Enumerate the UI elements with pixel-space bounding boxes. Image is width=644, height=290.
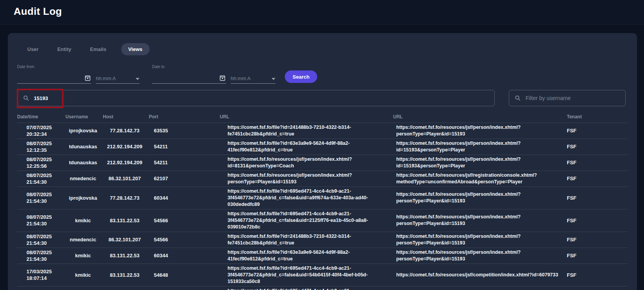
page-title: Audit Log — [14, 5, 644, 18]
cell-tenant: FSF — [564, 123, 628, 139]
cell-port: 54566 — [149, 209, 215, 232]
table-row: 17/03/202518:07:14 kmikic 83.131.22.53 5… — [17, 264, 628, 286]
cell-host: 212.92.194.209 — [103, 155, 149, 170]
tab-views[interactable]: Views — [121, 43, 150, 55]
audit-log-card: User Entity Emails Views Date from hh:mm… — [8, 33, 637, 290]
cell-url: https://comet.fsf.fo/resources/jsf/compe… — [388, 264, 564, 286]
column-header-url: URL — [215, 111, 388, 123]
search-input[interactable] — [34, 95, 489, 101]
date-to-field[interactable]: Date to — [152, 65, 226, 84]
cell-datetime: 08/07/202512:12:35 — [17, 139, 65, 155]
search-input-container — [17, 90, 495, 106]
cell-tenant: FSF — [564, 264, 628, 286]
column-header-url: URL — [388, 111, 564, 123]
cell-url: https://comet.fsf.fo/resources/jsf/perso… — [388, 155, 564, 170]
cell-host: 77.28.142.73 — [103, 186, 149, 209]
cell-datetime: 08/07/202512:25:56 — [17, 155, 65, 170]
cell-url: https://comet.fsf.fo/file?id=241488b3-72… — [215, 123, 388, 139]
audit-table-body: 07/07/202520:32:34 iprojkovska 77.28.142… — [17, 123, 628, 290]
cell-url: https://comet.fsf.fo/resources/jsf/perso… — [388, 232, 564, 248]
cell-username: iprojkovska — [65, 186, 103, 209]
search-icon — [515, 95, 521, 101]
cell-url: https://comet.fsf.fo/resources/jsf/perso… — [215, 155, 388, 170]
calendar-icon[interactable] — [219, 74, 226, 81]
cell-url: https://comet.fsf.fo/file?id=695ed471-4c… — [215, 186, 388, 209]
cell-username: kmikic — [65, 264, 103, 286]
app-header: Audit Log — [0, 0, 644, 25]
cell-port: 54211 — [149, 155, 215, 170]
cell-port: 54211 — [149, 286, 215, 290]
table-row: 08/07/202521:54:30 iprojkovska 77.28.142… — [17, 186, 628, 209]
search-button[interactable]: Search — [285, 70, 317, 83]
cell-url: https://comet.fsf.fo/file?id=695ed471-4c… — [215, 209, 388, 232]
chevron-down-icon — [272, 78, 275, 80]
time-from-select[interactable]: hh:mm A — [96, 73, 139, 84]
column-header-tenant: Tenant — [564, 111, 628, 123]
cell-datetime: 08/07/202521:54:30 — [17, 248, 65, 264]
filter-row: Date from hh:mm A Date to — [17, 65, 628, 84]
cell-datetime: 07/07/202520:32:34 — [17, 123, 65, 139]
cell-url: https://comet.fsf.fo/resources/jsf/perso… — [388, 139, 564, 155]
table-row: 07/07/202520:32:34 iprojkovska 77.28.142… — [17, 123, 628, 139]
table-header-row: Date/time Username Host Port URL URL Ten… — [17, 111, 628, 123]
cell-username: nmedencic — [65, 170, 103, 186]
cell-username: kmikic — [65, 209, 103, 232]
date-from-field[interactable]: Date from — [17, 65, 91, 84]
cell-datetime: 08/07/202521:54:30 — [17, 232, 65, 248]
table-row: 08/07/202512:12:35 tdunauskas 212.92.194… — [17, 139, 628, 155]
cell-host: 212.92.194.209 — [103, 139, 149, 155]
tab-user[interactable]: User — [23, 43, 42, 55]
cell-port: 60344 — [149, 248, 215, 264]
cell-url: https://comet.fsf.fo/resources/jsf/regis… — [388, 170, 564, 186]
cell-tenant: FSF — [564, 155, 628, 170]
table-row: 08/07/202521:54:30 kmikic 83.131.22.53 6… — [17, 248, 628, 264]
cell-url: https://comet.fsf.fo/file?id=63e3a9e9-56… — [215, 139, 388, 155]
cell-tenant: FSF — [564, 248, 628, 264]
time-to-select[interactable]: hh:mm A — [231, 73, 275, 84]
table-row: 08/07/202512:25:56 tdunauskas 212.92.194… — [17, 155, 628, 170]
cell-url: https://comet.fsf.fo/resources/jsf/perso… — [388, 186, 564, 209]
cell-username: kmikic — [65, 248, 103, 264]
table-row: 05/04/202509:50:42 tdunauskas 212.92.194… — [17, 286, 628, 290]
cell-host: 212.92.194.209 — [103, 286, 149, 290]
cell-host: 83.131.22.53 — [103, 248, 149, 264]
cell-url: https://comet.fsf.fo/resources/jsf/perso… — [388, 123, 564, 139]
cell-port: 54566 — [149, 232, 215, 248]
search-row — [17, 90, 628, 106]
table-row: 08/07/202521:54:30 kmikic 83.131.22.53 5… — [17, 209, 628, 232]
cell-tenant: FSF — [564, 209, 628, 232]
search-icon — [23, 95, 29, 101]
time-to-placeholder: hh:mm A — [231, 76, 251, 81]
cell-url: https://comet.fsf.fo/resources/jsf/perso… — [388, 209, 564, 232]
username-filter-container — [509, 90, 626, 106]
cell-username: tdunauskas — [65, 286, 103, 290]
cell-username: tdunauskas — [65, 155, 103, 170]
cell-port: 62107 — [149, 170, 215, 186]
audit-table: Date/time Username Host Port URL URL Ten… — [17, 111, 628, 290]
cell-tenant: FSF — [564, 170, 628, 186]
cell-tenant: FSF — [564, 232, 628, 248]
tab-entity[interactable]: Entity — [53, 43, 75, 55]
column-header-datetime: Date/time — [17, 111, 65, 123]
cell-tenant: FSF — [564, 139, 628, 155]
calendar-icon[interactable] — [84, 74, 91, 81]
cell-datetime: 08/07/202521:54:30 — [17, 209, 65, 232]
cell-datetime: 05/04/202509:50:42 — [17, 286, 65, 290]
cell-url: https://comet.fsf.fo/resources/jsf/perso… — [215, 170, 388, 186]
cell-datetime: 17/03/202518:07:14 — [17, 264, 65, 286]
tab-bar: User Entity Emails Views — [8, 33, 637, 55]
column-header-port: Port — [149, 111, 215, 123]
cell-url: https://comet.fsf.fo/file?id=63e3a9e9-56… — [215, 248, 388, 264]
cell-datetime: 08/07/202521:54:30 — [17, 170, 65, 186]
cell-port: 60344 — [149, 186, 215, 209]
username-filter-input[interactable] — [526, 95, 620, 101]
column-header-username: Username — [65, 111, 103, 123]
cell-tenant: FSF — [564, 186, 628, 209]
table-row: 08/07/202521:54:30 nmedencic 86.32.101.2… — [17, 232, 628, 248]
column-header-host: Host — [103, 111, 149, 123]
cell-host: 77.28.142.73 — [103, 123, 149, 139]
tab-emails[interactable]: Emails — [86, 43, 110, 55]
cell-username: nmedencic — [65, 232, 103, 248]
cell-username: tdunauskas — [65, 139, 103, 155]
cell-url: https://comet.fsf.fo/resources/jsf/perso… — [388, 248, 564, 264]
